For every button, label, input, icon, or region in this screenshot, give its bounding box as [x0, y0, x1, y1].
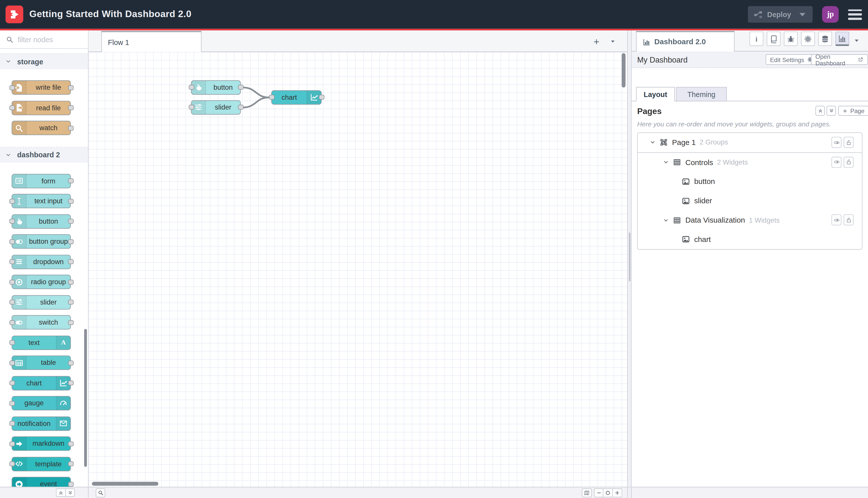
wire-button-to-chart[interactable]	[243, 88, 269, 97]
palette-scroll-area[interactable]: storagewrite fileread filewatch dashboar…	[0, 49, 88, 487]
palette-expand-all-button[interactable]	[65, 488, 75, 497]
sidebar-tool-bug[interactable]	[784, 32, 798, 46]
palette-category-storage: storagewrite fileread filewatch	[0, 53, 88, 146]
image-icon	[682, 197, 690, 205]
palette-node-write-file[interactable]: write file	[12, 80, 71, 95]
tab-theming[interactable]: Theming	[676, 87, 727, 101]
palette-node-table[interactable]: table	[12, 355, 71, 370]
deploy-icon	[753, 10, 762, 19]
add-page-label: Page	[850, 107, 865, 114]
sidebar-resize-handle[interactable]	[627, 30, 632, 487]
palette-node-template[interactable]: template	[12, 457, 71, 471]
palette-node-form[interactable]: form	[12, 174, 71, 188]
navigator-button[interactable]	[582, 488, 592, 497]
input-port[interactable]	[269, 95, 274, 100]
category-header-storage[interactable]: storage	[0, 54, 88, 69]
input-port[interactable]	[188, 85, 194, 90]
input-port	[9, 380, 15, 385]
input-port[interactable]	[188, 105, 194, 110]
sidebar-tool-bar-chart[interactable]	[835, 32, 849, 46]
palette-collapse-all-button[interactable]	[56, 488, 65, 497]
tab-dashboard-2[interactable]: Dashboard 2.0	[636, 31, 734, 52]
node-label: watch	[27, 121, 70, 135]
visibility-button[interactable]	[831, 137, 842, 148]
chevron-down-icon[interactable]	[663, 159, 669, 165]
open-dashboard-button[interactable]: Open Dashboard	[811, 54, 868, 65]
search-flows-button[interactable]	[96, 488, 105, 497]
tree-row-chart[interactable]: chart	[638, 230, 862, 249]
add-flow-button[interactable]	[591, 37, 601, 47]
palette-node-text[interactable]: text	[12, 336, 71, 350]
node-label: switch	[27, 316, 70, 329]
tab-flow-1[interactable]: Flow 1	[101, 31, 201, 52]
palette-search[interactable]	[0, 30, 88, 49]
output-port	[68, 441, 74, 446]
sidebar-tool-book[interactable]	[767, 32, 780, 46]
zoom-in-button[interactable]	[613, 488, 622, 497]
node-label: read file	[27, 101, 70, 114]
main-menu-button[interactable]	[848, 9, 862, 19]
add-page-button[interactable]: Page	[838, 106, 868, 116]
tab-layout[interactable]: Layout	[636, 87, 675, 101]
palette-node-gauge[interactable]: gauge	[12, 396, 71, 410]
deploy-button[interactable]: Deploy	[748, 6, 813, 23]
palette-node-markdown[interactable]: markdown	[12, 436, 71, 451]
canvas-horizontal-scrollbar[interactable]	[92, 482, 158, 486]
zoom-out-button[interactable]	[594, 488, 603, 497]
palette-node-radio-group[interactable]: radio group	[12, 275, 71, 289]
zoom-reset-button[interactable]	[603, 488, 613, 497]
flow-node-chart[interactable]: chart	[271, 90, 322, 104]
tree-row-slider[interactable]: slider	[638, 191, 862, 211]
palette-node-switch[interactable]: switch	[12, 315, 71, 329]
flow-tab-label: Flow 1	[108, 38, 129, 46]
edit-settings-button[interactable]: Edit Settings	[765, 54, 817, 65]
palette-scrollbar[interactable]	[84, 329, 87, 467]
page-title: Getting Started With Dashboard 2.0	[29, 9, 191, 20]
chevron-down-icon[interactable]	[650, 140, 655, 145]
flow-node-button[interactable]: button	[191, 80, 241, 94]
sidebar-tool-layers[interactable]	[818, 32, 832, 46]
expand-all-button[interactable]	[827, 106, 836, 116]
output-port[interactable]	[319, 95, 324, 100]
lock-button[interactable]	[844, 137, 854, 148]
visibility-button[interactable]	[831, 157, 842, 168]
palette-node-button-group[interactable]: button group	[12, 234, 71, 249]
category-header-dashboard-2[interactable]: dashboard 2	[0, 147, 88, 162]
tree-item-label: Page 1	[672, 139, 696, 147]
wire-slider-to-chart[interactable]	[243, 97, 269, 107]
output-port[interactable]	[238, 85, 243, 90]
palette-node-button[interactable]: button	[12, 214, 71, 228]
tree-row-page-1[interactable]: Page 12 Groups	[638, 133, 862, 153]
resize-grip[interactable]	[629, 233, 630, 281]
palette-node-dropdown[interactable]: dropdown	[12, 254, 71, 269]
lock-button[interactable]	[844, 157, 854, 168]
palette-node-watch[interactable]: watch	[12, 121, 71, 135]
search-input[interactable]	[16, 35, 88, 44]
tree-row-data-visualization[interactable]: Data Visualization1 Widgets	[638, 211, 862, 230]
flow-list-button[interactable]	[608, 37, 618, 47]
palette-node-text-input[interactable]: text input	[12, 194, 71, 208]
flow-canvas[interactable]: buttonsliderchart	[89, 52, 627, 487]
palette-node-notification[interactable]: notification	[12, 416, 71, 430]
tree-row-controls[interactable]: Controls2 Widgets	[638, 153, 862, 172]
chevron-down-icon[interactable]	[798, 10, 807, 19]
avatar[interactable]: jp	[822, 6, 839, 23]
visibility-button[interactable]	[831, 214, 842, 225]
palette-node-chart[interactable]: chart	[12, 376, 71, 390]
lock-button[interactable]	[844, 214, 854, 225]
header-accent-line	[0, 29, 868, 31]
collapse-all-button[interactable]	[815, 106, 825, 116]
palette-node-read-file[interactable]: read file	[12, 101, 71, 115]
output-port[interactable]	[238, 105, 243, 110]
canvas-vertical-scrollbar[interactable]	[622, 53, 625, 88]
sidebar-menu-caret-icon[interactable]	[854, 38, 860, 44]
node-label: table	[27, 356, 70, 369]
chevron-down-icon[interactable]	[663, 217, 669, 223]
tree-row-button[interactable]: button	[638, 172, 862, 192]
node-label: text input	[27, 195, 70, 208]
flow-node-slider[interactable]: slider	[191, 100, 241, 114]
sidebar-tool-info[interactable]	[749, 32, 763, 46]
palette-node-event[interactable]: event	[12, 477, 71, 487]
sidebar-tool-gear[interactable]	[801, 32, 815, 46]
palette-node-slider[interactable]: slider	[12, 295, 71, 309]
